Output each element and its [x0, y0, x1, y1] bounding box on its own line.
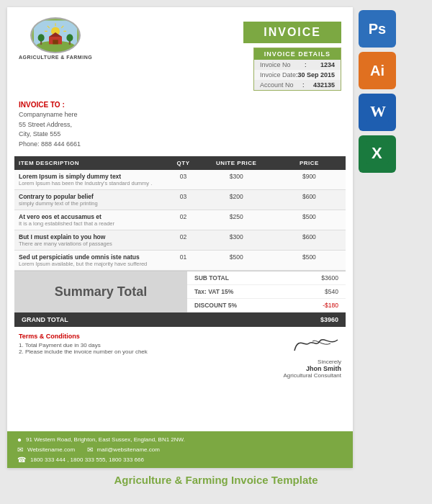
item-description: But I must explain to you how There are … — [14, 230, 167, 251]
item-description: At vero eos et accusamus et It is a long… — [14, 210, 167, 230]
side-icons: Ps Ai W X — [359, 7, 396, 468]
terms-title: Terms & Conditions — [19, 333, 148, 340]
item-description: Sed ut perspiciatis unde omnis iste natu… — [14, 251, 167, 271]
tax-row: Tax: VAT 15% $540 — [187, 285, 346, 299]
item-unit-price: $500 — [200, 251, 273, 271]
invoice-to-info: Companyname here 55 Street Address, City… — [19, 110, 341, 149]
item-price: $600 — [273, 230, 346, 251]
terms-item: 2. Please include the invoice number on … — [19, 348, 148, 355]
subtotal-row: SUB TOTAL $3600 — [187, 271, 346, 285]
footer-address-row: ● 91 Western Road, Brighton, East Sussex… — [17, 436, 343, 444]
summary-label: Summary Total — [14, 271, 187, 312]
table-header-row: ITEM DESCRIPTION QTY UNITE PRICE PRICE — [14, 156, 346, 170]
col-qty: QTY — [167, 156, 200, 170]
account-no-value: 432135 — [313, 81, 335, 89]
invoice-no-row: Invoice No : 1234 — [254, 60, 341, 70]
item-qty: 02 — [167, 230, 200, 251]
invoice-right-header: INVOICE INVOICE DETAILS Invoice No : 123… — [243, 17, 341, 91]
ps-label: Ps — [369, 21, 386, 37]
table-row: Sed ut perspiciatis unde omnis iste natu… — [14, 251, 346, 271]
table-row: Contrary to popular belief simply dummy … — [14, 190, 346, 210]
invoice-to-label: INVOICE TO : — [19, 101, 341, 109]
farm-logo-svg — [34, 20, 77, 50]
web-icon: ✉ — [17, 446, 23, 454]
footer-bar: ● 91 Western Road, Brighton, East Sussex… — [7, 431, 353, 468]
table-row: But I must explain to you how There are … — [14, 230, 346, 251]
subtotal-value: $3600 — [321, 274, 338, 282]
invoice-date-row: Invoice Date : 30 Sep 2015 — [254, 70, 341, 80]
item-unit-price: $250 — [200, 210, 273, 230]
svg-text:X: X — [372, 144, 382, 162]
invoice-title: INVOICE — [243, 22, 341, 43]
item-price: $900 — [273, 170, 346, 190]
discount-row: DISCOUNT 5% -$180 — [187, 299, 346, 312]
invoice-table-section: ITEM DESCRIPTION QTY UNITE PRICE PRICE L… — [7, 156, 353, 271]
tax-value: $540 — [325, 288, 338, 295]
tax-label: Tax: VAT 15% — [194, 288, 233, 295]
word-icon-button[interactable]: W — [359, 94, 396, 131]
footer-web-row: ✉ Websitename.com ✉ mail@websitename.com — [17, 446, 343, 454]
signer-title: Agricultural Consultant — [284, 372, 341, 379]
client-address1: 55 Street Address, — [19, 120, 341, 130]
footer-email: mail@websitename.com — [97, 446, 160, 453]
sincerely-label: Sincerely — [284, 359, 341, 365]
table-row: Lorem Ipsum is simply dummy text Lorem I… — [14, 170, 346, 190]
signer-name: Jhon Smith — [284, 365, 341, 372]
footer-address: 91 Western Road, Brighton, East Sussex, … — [26, 436, 185, 443]
item-qty: 03 — [167, 190, 200, 210]
svg-text:W: W — [370, 102, 386, 120]
signature-image — [284, 333, 341, 357]
colon3: : — [302, 81, 305, 89]
bottom-label-text: Agriculture & Farming Invoice Template — [114, 474, 318, 486]
logo-text: AGRICULTURE & FARMING — [19, 55, 92, 60]
grand-total-label: GRAND TOTAL — [22, 316, 68, 323]
account-no-label: Account No — [260, 81, 294, 89]
terms-item: 1. Total Payment due in 30 days — [19, 342, 148, 348]
svg-point-12 — [38, 34, 45, 42]
item-qty: 03 — [167, 170, 200, 190]
col-unit-price: UNITE PRICE — [200, 156, 273, 170]
col-price: PRICE — [273, 156, 346, 170]
invoice-details-header: INVOICE DETAILS — [254, 48, 341, 60]
colon: : — [305, 61, 307, 68]
item-price: $600 — [273, 190, 346, 210]
footer-content: Terms & Conditions 1. Total Payment due … — [7, 327, 353, 383]
mail-icon: ✉ — [87, 446, 93, 454]
invoice-table: ITEM DESCRIPTION QTY UNITE PRICE PRICE L… — [14, 156, 346, 271]
account-no-row: Account No : 432135 — [254, 80, 341, 90]
item-description: Lorem Ipsum is simply dummy text Lorem I… — [14, 170, 167, 190]
invoice-no-value: 1234 — [320, 61, 335, 68]
word-label: W — [366, 99, 389, 126]
footer-phone: 1800 333 444 , 1800 333 555, 1800 333 66… — [30, 456, 144, 463]
item-unit-price: $300 — [200, 230, 273, 251]
grand-total-value: $3960 — [320, 316, 338, 323]
signature-section: Sincerely Jhon Smith Agricultural Consul… — [284, 333, 341, 379]
item-price: $500 — [273, 251, 346, 271]
discount-value: -$180 — [323, 302, 338, 309]
discount-label: DISCOUNT 5% — [194, 302, 237, 309]
ai-icon-button[interactable]: Ai — [359, 52, 396, 89]
invoice-card: AGRICULTURE & FARMING INVOICE INVOICE DE… — [7, 7, 353, 468]
ai-label: Ai — [370, 63, 384, 79]
ps-icon-button[interactable]: Ps — [359, 10, 396, 48]
invoice-no-label: Invoice No — [260, 61, 291, 68]
item-qty: 01 — [167, 251, 200, 271]
footer-website: Websitename.com — [27, 446, 75, 453]
svg-point-14 — [66, 34, 73, 42]
item-unit-price: $200 — [200, 190, 273, 210]
footer-phone-row: ☎ 1800 333 444 , 1800 333 555, 1800 333 … — [17, 456, 343, 464]
invoice-header: AGRICULTURE & FARMING INVOICE INVOICE DE… — [7, 7, 353, 96]
logo-area: AGRICULTURE & FARMING — [19, 17, 92, 60]
terms-section: Terms & Conditions 1. Total Payment due … — [19, 333, 148, 379]
location-icon: ● — [17, 436, 22, 444]
item-unit-price: $300 — [200, 170, 273, 190]
logo-circle — [30, 17, 81, 53]
item-qty: 02 — [167, 210, 200, 230]
invoice-date-value: 30 Sep 2015 — [297, 71, 335, 78]
phone-icon: ☎ — [17, 456, 26, 464]
excel-icon-button[interactable]: X — [359, 135, 396, 173]
bottom-label: Agriculture & Farming Invoice Template — [7, 474, 425, 486]
item-description: Contrary to popular belief simply dummy … — [14, 190, 167, 210]
summary-section: Summary Total SUB TOTAL $3600 Tax: VAT 1… — [14, 271, 346, 312]
client-name: Companyname here — [19, 110, 341, 120]
